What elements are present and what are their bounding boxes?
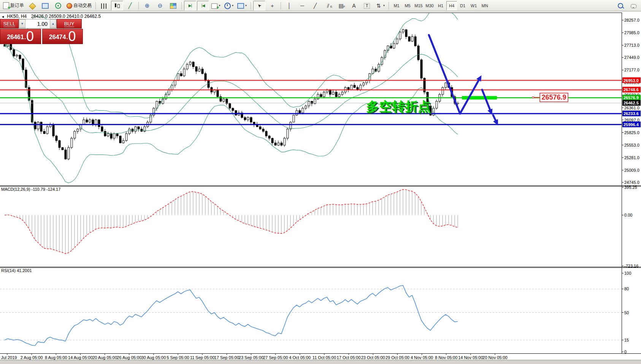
price-tick-label: 25281.0 [624,155,639,160]
time-axis-label: 17 Sep 05:00 [214,355,239,360]
zoom-out-button[interactable]: ⊖ [154,1,166,11]
timeframe-d1-button[interactable]: D1 [457,1,468,10]
toolbar-separator [389,2,389,9]
tile-windows-button[interactable] [167,1,179,11]
time-axis-label: 5 Sep 05:00 [167,355,189,360]
new-order-button[interactable]: 新订单 [2,1,25,11]
sell-price-display[interactable]: 26461.0 [0,29,41,44]
time-axis-label: 20 Aug 05:00 [92,355,117,360]
chevron-down-icon: ▾ [245,4,247,7]
annotation-text[interactable]: 多空转折点 [366,99,431,114]
chat-button[interactable] [627,1,639,11]
timeframe-m5-button[interactable]: M5 [402,1,413,10]
volume-stepper: ▼ 1.00 ▲ [19,19,57,28]
time-axis-label: 20 Nov 05:00 [482,355,507,360]
vertical-line-icon: │ [286,2,293,9]
new-order-label: 新订单 [10,2,24,9]
timeframe-h1-button[interactable]: H1 [435,1,446,10]
time-axis-label: 9 Jul 2019 [0,355,17,360]
macd-tick-label: -723.16 [624,264,638,268]
bar-chart-icon [101,3,107,9]
zoom-out-icon: ⊖ [157,2,163,9]
cursor-icon: ➤ [254,1,264,10]
text-label-button[interactable]: T [361,1,373,11]
auto-scroll-icon: ▶| [187,2,194,9]
toolbar-separator [138,2,139,9]
trendline-button[interactable]: ╱ [309,1,321,11]
market-watch-button[interactable] [39,1,51,11]
bar-chart-button[interactable] [98,1,110,11]
line-chart-button[interactable]: ╱ [124,1,136,11]
price-line-tag-text: 26748.6 [624,87,639,92]
buy-price-display[interactable]: 26474.0 [42,29,83,44]
symbol-pointer-icon: ◄ [1,15,5,19]
time-axis-label: 11 Oct 05:00 [313,355,336,360]
timeframe-w1-button[interactable]: W1 [468,1,479,10]
price-tick-label: 28257.0 [624,18,639,22]
auto-scroll-button[interactable]: ▶| [184,1,196,11]
line-chart-icon: ╱ [127,2,133,9]
chat-icon [631,4,636,8]
price-tick-label: 25825.0 [624,130,639,135]
timeframe-m30-button[interactable]: M30 [424,1,435,10]
toolbar-separator [181,2,182,9]
macd-tick-label: 0.00 [624,213,632,217]
data-window-button[interactable] [52,1,64,11]
indicators-button[interactable]: ▾ [210,1,222,11]
clock-icon [224,3,231,9]
crosshair-button[interactable]: ＋ [266,1,278,11]
buy-button[interactable]: BUY [57,19,82,28]
timeframe-m1-button[interactable]: M1 [391,1,402,10]
sell-button[interactable]: SELL [0,19,19,28]
horizontal-line-icon: ─ [299,2,306,9]
search-button[interactable] [614,1,627,11]
zoom-in-button[interactable]: ⊕ [141,1,153,11]
toolbar-separator [251,2,251,9]
chart-canvas[interactable]: 多空转折点多空转折点26576.9MACD(12,26,9) -110.79 -… [0,11,641,360]
autotrading-button[interactable]: 自动交易 [65,1,93,11]
text-button[interactable]: A [348,1,360,11]
time-axis-label: 17 Oct 05:00 [337,355,361,360]
arrows-icon: ⇅ [375,2,382,9]
hline-button[interactable]: ─ [296,1,308,11]
time-axis-label: 26 Aug 05:00 [117,355,141,360]
price-line-tag-text: 26462.5 [624,101,639,105]
periods-button[interactable]: ▾ [223,1,235,11]
status-bar [0,360,641,364]
volume-decrease-button[interactable]: ▼ [19,19,25,28]
price-tick-label: 27985.0 [624,30,639,35]
text-icon: A [351,2,357,9]
new-order-icon [3,2,9,9]
cursor-button[interactable]: ➤ [253,1,265,11]
rsi-label: RSI(14) 41.2001 [1,268,32,273]
mt4-window: 新订单 自动交易 ╱ ⊕ ⊖ ▶| |◀ ▾ ▾ ▾ ➤ ＋ │ ─ ╱ ⫽E … [0,0,641,364]
arrows-button[interactable]: ⇅▾ [374,1,386,11]
timeframe-h4-button[interactable]: H4 [446,1,457,10]
vline-button[interactable]: │ [283,1,295,11]
price-tick-label: 24745.0 [624,180,639,185]
chart-shift-button[interactable]: |◀ [197,1,209,11]
charts-button[interactable] [26,1,38,11]
chevron-down-icon: ▾ [232,4,233,7]
candle-chart-button[interactable] [111,1,123,11]
charts-icon [29,3,36,9]
rsi-tick-label: 0 [624,350,627,354]
time-axis-label: 30 Aug 05:00 [141,355,166,360]
templates-button[interactable]: ▾ [236,1,248,11]
rsi-tick-label: 15 [624,338,629,342]
price-tick-label: 27449.0 [624,55,639,60]
channel-button[interactable]: ⫽E [322,1,334,11]
tile-windows-icon [170,3,176,9]
rsi-tick-label: 100 [624,271,631,275]
price-callout-text: 26576.9 [541,93,566,101]
fibonacci-button[interactable]: ▤F [335,1,347,11]
rsi-tick-label: 50 [624,310,629,315]
volume-increase-button[interactable]: ▲ [50,19,56,28]
market-watch-icon [42,3,49,9]
price-tick-label: 26361.0 [624,106,639,110]
timeframe-m15-button[interactable]: M15 [413,1,424,10]
timeframe-mn-button[interactable]: MN [479,1,490,10]
volume-input[interactable]: 1.00 [25,19,50,28]
chart-shift-icon: |◀ [200,2,206,9]
price-tick-label: 25553.0 [624,143,639,147]
